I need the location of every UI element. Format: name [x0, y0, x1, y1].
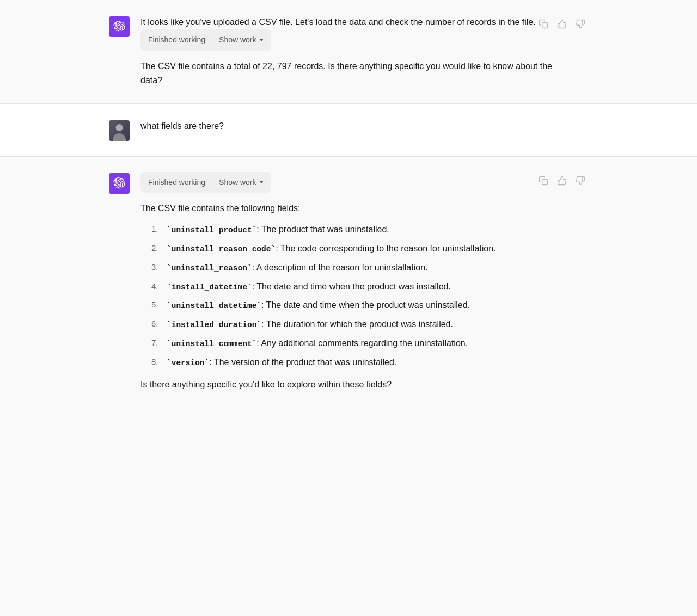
closing-text: Is there anything specific you'd like to… [140, 378, 555, 392]
field-num-5: 5. [151, 299, 167, 311]
message-block-2: what fields are there? [0, 103, 697, 157]
show-work-button-1[interactable]: Show work [219, 34, 263, 46]
badge-finished-label-2: Finished working [148, 176, 205, 188]
user-message-text: what fields are there? [140, 119, 555, 133]
message-body-1: The CSV file contains a total of 22, 797… [140, 59, 555, 88]
thumbs-up-button-1[interactable] [554, 16, 570, 32]
list-item: 8. `version`: The version of the product… [151, 356, 555, 369]
field-desc-4: : The date and time when the product was… [252, 282, 451, 291]
action-icons-3 [536, 173, 588, 188]
list-item: 4. `install_datetime`: The date and time… [151, 280, 555, 294]
field-desc-6: : The duration for which the product was… [261, 319, 453, 329]
field-desc-2: : The code corresponding to the reason f… [276, 244, 496, 253]
user-avatar-image [109, 120, 130, 141]
field-list: 1. `uninstall_product`: The product that… [151, 223, 555, 369]
badge-finished-label-1: Finished working [148, 34, 205, 46]
user-avatar [109, 120, 130, 141]
badge-divider-2 [212, 178, 212, 187]
message-intro-3: The CSV file contains the following fiel… [140, 201, 555, 215]
field-name-1: `uninstall_product` [167, 226, 256, 235]
message-content-3: Finished working Show work The CSV file … [140, 172, 588, 392]
field-name-6: `installed_duration` [167, 321, 261, 329]
list-item: 2. `uninstall_reason_code`: The code cor… [151, 242, 555, 256]
field-name-7: `uninstall_comment` [167, 340, 256, 348]
message-content-2: what fields are there? [140, 119, 588, 133]
field-desc-3: : A description of the reason for uninst… [252, 263, 428, 272]
field-name-3: `uninstall_reason` [167, 264, 252, 273]
field-num-7: 7. [151, 337, 167, 349]
thumbs-up-button-3[interactable] [554, 173, 570, 188]
list-item: 1. `uninstall_product`: The product that… [151, 223, 555, 237]
assistant-avatar [109, 16, 130, 37]
field-name-5: `uninstall_datetime` [167, 301, 261, 310]
field-name-2: `uninstall_reason_code` [167, 245, 276, 254]
list-item: 3. `uninstall_reason`: A description of … [151, 261, 555, 275]
svg-rect-0 [542, 23, 548, 28]
thumbs-down-button-3[interactable] [573, 173, 588, 188]
field-num-2: 2. [151, 242, 167, 255]
action-icons-1 [536, 16, 588, 32]
field-num-1: 1. [151, 223, 167, 236]
finished-working-badge-2[interactable]: Finished working Show work [140, 172, 271, 193]
badge-divider-1 [212, 36, 212, 45]
list-item: 7. `uninstall_comment`: Any additional c… [151, 337, 555, 350]
field-num-8: 8. [151, 356, 167, 368]
svg-rect-1 [542, 179, 548, 184]
chevron-down-icon-2 [259, 181, 264, 183]
field-num-4: 4. [151, 280, 167, 293]
copy-button-1[interactable] [536, 16, 551, 32]
show-work-button-2[interactable]: Show work [219, 176, 263, 188]
message-intro-1: It looks like you've uploaded a CSV file… [140, 15, 555, 29]
field-name-4: `install_datetime` [167, 283, 252, 292]
copy-button-3[interactable] [536, 173, 551, 188]
list-item: 5. `uninstall_datetime`: The date and ti… [151, 299, 555, 312]
field-desc-7: : Any additional comments regarding the … [256, 338, 468, 348]
field-num-6: 6. [151, 318, 167, 330]
message-block-3: Finished working Show work The CSV file … [0, 157, 697, 407]
field-desc-1: : The product that was uninstalled. [256, 225, 389, 234]
chevron-down-icon-1 [259, 39, 264, 41]
message-block-1: It looks like you've uploaded a CSV file… [0, 0, 697, 103]
list-item: 6. `installed_duration`: The duration fo… [151, 318, 555, 331]
field-desc-8: : The version of the product that was un… [209, 358, 396, 367]
thumbs-down-button-1[interactable] [573, 16, 588, 32]
message-content-1: It looks like you've uploaded a CSV file… [140, 15, 588, 88]
finished-working-badge-1[interactable]: Finished working Show work [140, 29, 271, 50]
assistant-avatar-2 [109, 173, 130, 194]
field-num-3: 3. [151, 261, 167, 274]
field-desc-5: : The date and time when the product was… [261, 300, 470, 310]
field-name-8: `version` [167, 359, 209, 367]
